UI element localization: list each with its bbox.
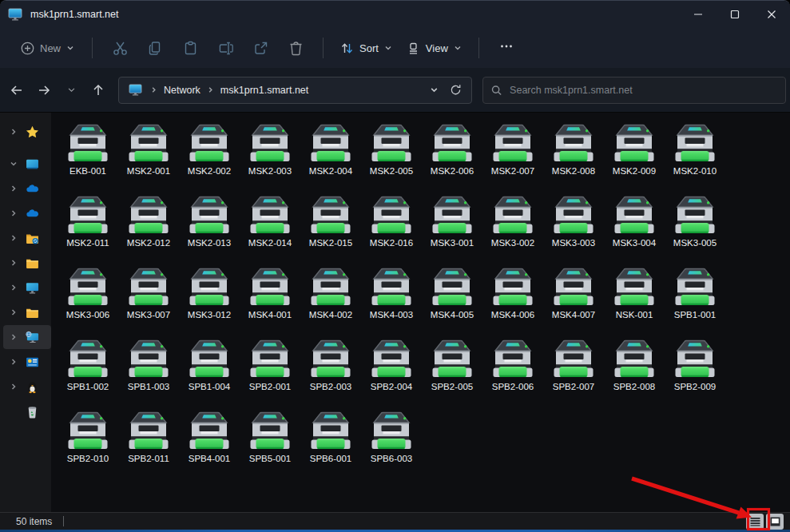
printer-item[interactable]: NSK-001 [604, 264, 665, 336]
sidebar-item-folder-2[interactable] [0, 300, 51, 324]
printer-item[interactable]: MSK2-012 [118, 193, 179, 264]
printer-item[interactable]: MSK4-005 [422, 264, 482, 336]
printer-label: MSK2-006 [431, 166, 474, 176]
printer-item[interactable]: SPB1-002 [58, 336, 118, 408]
up-button[interactable] [85, 77, 112, 104]
search-input[interactable] [510, 85, 777, 96]
printer-item[interactable]: MSK2-004 [300, 121, 361, 193]
printer-item[interactable]: SPB6-001 [300, 408, 361, 480]
copy-button[interactable] [137, 34, 173, 62]
printer-item[interactable]: MSK4-003 [361, 264, 422, 336]
forward-button[interactable] [30, 77, 58, 104]
sidebar-item-network[interactable] [3, 325, 51, 349]
search-box[interactable] [482, 77, 786, 104]
refresh-icon[interactable] [450, 84, 462, 96]
delete-button[interactable] [278, 34, 313, 62]
sidebar-item-desktop[interactable] [0, 152, 51, 176]
printer-item[interactable]: MSK4-006 [482, 264, 543, 336]
sidebar-item-control-panel[interactable] [0, 350, 51, 374]
paste-button[interactable] [173, 34, 208, 62]
maximize-button[interactable] [717, 1, 753, 28]
sidebar-item-favorites[interactable] [0, 120, 51, 144]
view-button[interactable]: View [399, 37, 469, 60]
sidebar-item-linux[interactable] [0, 375, 51, 399]
printer-item[interactable]: MSK3-005 [665, 193, 725, 264]
chevron-right-icon[interactable] [10, 358, 18, 366]
printer-item[interactable]: MSK2-008 [543, 121, 604, 193]
recent-locations-button[interactable] [58, 77, 85, 104]
printer-item[interactable]: MSK2-011 [58, 193, 118, 264]
printer-item[interactable]: SPB2-003 [300, 336, 361, 408]
printer-item[interactable]: MSK3-006 [58, 264, 118, 336]
sidebar-item-recycle-bin[interactable] [0, 399, 51, 423]
printer-item[interactable]: MSK2-006 [422, 121, 482, 193]
printer-item[interactable]: MSK3-001 [422, 193, 482, 264]
printer-item[interactable]: MSK3-004 [604, 193, 665, 264]
printer-item[interactable]: SPB2-004 [361, 336, 422, 408]
printer-item[interactable]: MSK2-003 [240, 121, 300, 193]
close-button[interactable] [753, 1, 790, 28]
printer-item[interactable]: MSK4-007 [543, 264, 604, 336]
sidebar-item-onedrive-2[interactable] [0, 201, 51, 225]
printer-item[interactable]: SPB2-001 [240, 336, 300, 408]
chevron-right-icon[interactable] [10, 308, 18, 316]
printer-item[interactable]: SPB4-001 [179, 408, 240, 480]
printer-item[interactable]: MSK2-009 [604, 121, 665, 193]
printer-item[interactable]: MSK4-002 [300, 264, 361, 336]
chevron-right-icon[interactable] [10, 209, 18, 217]
chevron-right-icon[interactable] [10, 185, 18, 193]
printer-item[interactable]: MSK2-010 [665, 121, 725, 193]
cut-button[interactable] [102, 34, 137, 62]
printer-item[interactable]: MSK3-007 [118, 264, 179, 336]
printer-item[interactable]: SPB2-007 [543, 336, 604, 408]
back-button[interactable] [3, 77, 30, 104]
rename-button[interactable] [208, 34, 243, 62]
printer-item[interactable]: SPB1-001 [665, 264, 725, 336]
printer-item[interactable]: MSK2-001 [118, 121, 179, 193]
chevron-right-icon[interactable] [10, 259, 18, 267]
printer-item[interactable]: MSK2-015 [300, 193, 361, 264]
address-bar[interactable]: Network msk1prn1.smart.net [118, 77, 472, 104]
sidebar-item-onedrive-1[interactable] [0, 177, 51, 200]
share-button[interactable] [243, 34, 278, 62]
large-thumbnails-view-button[interactable] [766, 514, 784, 530]
printer-item[interactable]: EKB-001 [58, 121, 118, 193]
breadcrumb-current[interactable]: msk1prn1.smart.net [219, 82, 310, 98]
printer-item[interactable]: SPB1-004 [179, 336, 240, 408]
chevron-right-icon[interactable] [10, 234, 18, 242]
address-dropdown-icon[interactable] [430, 85, 439, 94]
printer-item[interactable]: SPB1-003 [118, 336, 179, 408]
printer-item[interactable]: SPB2-005 [422, 336, 482, 408]
sort-button[interactable]: Sort [333, 37, 399, 60]
printer-item[interactable]: MSK2-002 [179, 121, 240, 193]
printer-item[interactable]: MSK3-012 [179, 264, 240, 336]
printer-item[interactable]: SPB2-009 [665, 336, 725, 408]
printer-item[interactable]: SPB2-006 [482, 336, 543, 408]
chevron-right-icon[interactable] [10, 383, 18, 391]
chevron-right-icon[interactable] [10, 333, 18, 341]
sidebar-item-folder-1[interactable] [0, 251, 51, 275]
printer-item[interactable]: MSK3-002 [482, 193, 543, 264]
new-button[interactable]: New [13, 37, 82, 60]
chevron-right-icon[interactable] [10, 284, 18, 292]
details-view-button[interactable] [746, 514, 764, 530]
printer-item[interactable]: MSK4-001 [240, 264, 300, 336]
see-more-button[interactable] [489, 35, 524, 61]
printer-item[interactable]: SPB2-008 [604, 336, 665, 408]
breadcrumb-network[interactable]: Network [162, 82, 202, 98]
sidebar-item-this-pc[interactable] [0, 276, 51, 300]
printer-item[interactable]: MSK2-013 [179, 193, 240, 264]
printer-item[interactable]: MSK2-007 [482, 121, 543, 193]
chevron-right-icon[interactable] [10, 128, 18, 136]
printer-item[interactable]: SPB6-003 [361, 408, 422, 480]
printer-item[interactable]: MSK2-005 [361, 121, 422, 193]
printer-item[interactable]: MSK2-016 [361, 193, 422, 264]
printer-item[interactable]: SPB2-011 [118, 408, 179, 480]
minimize-button[interactable] [680, 1, 717, 28]
printer-item[interactable]: MSK2-014 [240, 193, 300, 264]
printer-item[interactable]: MSK3-003 [543, 193, 604, 264]
printer-item[interactable]: SPB5-001 [240, 408, 300, 480]
printer-item[interactable]: SPB2-010 [58, 408, 118, 480]
sidebar-item-synced-folder[interactable] [0, 226, 51, 250]
chevron-down-icon[interactable] [10, 160, 18, 168]
